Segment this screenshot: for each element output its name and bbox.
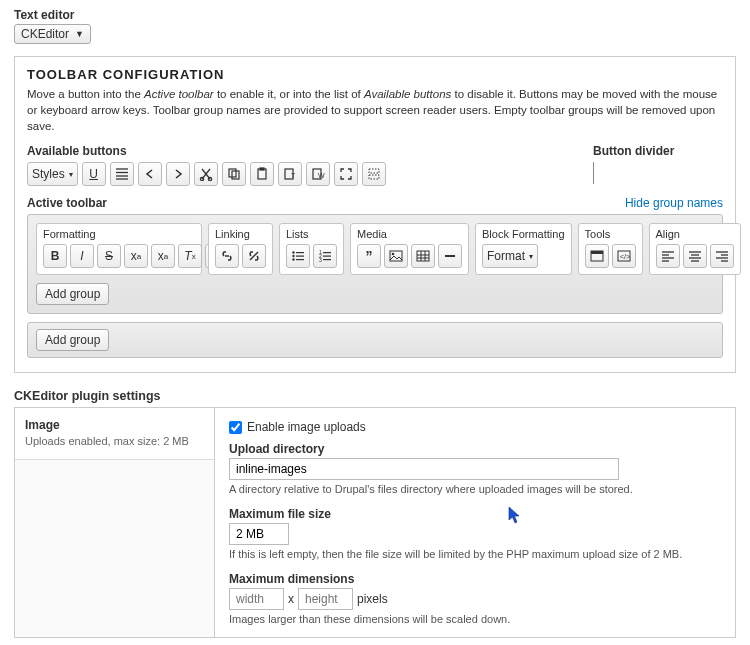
hide-group-names-link[interactable]: Hide group names xyxy=(625,196,723,210)
svg-rect-30 xyxy=(323,259,331,260)
svg-point-21 xyxy=(292,259,294,261)
pixels-label: pixels xyxy=(357,592,388,606)
available-buttons-row: Styles ▾ U T xyxy=(27,162,386,186)
active-toolbar-label: Active toolbar xyxy=(27,196,107,210)
add-group-button[interactable]: Add group xyxy=(36,283,109,305)
group-tools[interactable]: Tools </> xyxy=(578,223,643,275)
svg-rect-24 xyxy=(296,259,304,260)
unlink-button[interactable] xyxy=(242,244,266,268)
svg-rect-40 xyxy=(591,251,603,254)
chevron-down-icon: ▾ xyxy=(529,252,533,261)
add-group-button[interactable]: Add group xyxy=(36,329,109,351)
text-editor-label: Text editor xyxy=(14,8,736,22)
hr-button[interactable] xyxy=(438,244,462,268)
group-media[interactable]: Media ” xyxy=(350,223,469,275)
numbered-list-button[interactable]: 123 xyxy=(313,244,337,268)
svg-rect-23 xyxy=(296,256,304,257)
bullet-list-button[interactable] xyxy=(286,244,310,268)
svg-text:W: W xyxy=(318,172,325,179)
remove-format-button[interactable]: Tx xyxy=(178,244,202,268)
toolbar-config-desc: Move a button into the Active toolbar to… xyxy=(27,86,723,134)
secondary-toolbar-row: Add group xyxy=(27,322,723,358)
tab-image[interactable]: Image Uploads enabled, max size: 2 MB xyxy=(15,408,214,459)
svg-text:3: 3 xyxy=(319,257,322,262)
strike-button[interactable]: S xyxy=(97,244,121,268)
svg-line-18 xyxy=(250,252,258,260)
paste-word-button[interactable]: W xyxy=(306,162,330,186)
text-editor-select[interactable]: CKEditor ▼ xyxy=(14,24,91,44)
styles-button[interactable]: Styles ▾ xyxy=(27,162,78,186)
upload-directory-input[interactable] xyxy=(229,458,619,480)
copy-button[interactable] xyxy=(222,162,246,186)
group-formatting[interactable]: Formatting B I S xa xa Tx Ω xyxy=(36,223,202,275)
upload-directory-label: Upload directory xyxy=(229,442,721,456)
svg-rect-29 xyxy=(323,256,331,257)
available-buttons-label: Available buttons xyxy=(27,144,127,158)
svg-rect-33 xyxy=(417,251,429,261)
paste-button[interactable] xyxy=(250,162,274,186)
text-editor-value: CKEditor xyxy=(21,27,69,41)
underline-button[interactable]: U xyxy=(82,162,106,186)
align-right-button[interactable] xyxy=(710,244,734,268)
max-dimensions-label: Maximum dimensions xyxy=(229,572,721,586)
svg-point-19 xyxy=(292,252,294,254)
align-left-button[interactable] xyxy=(656,244,680,268)
group-lists[interactable]: Lists 123 xyxy=(279,223,344,275)
svg-rect-11 xyxy=(260,168,264,170)
svg-rect-31 xyxy=(390,251,402,261)
svg-rect-17 xyxy=(369,175,379,179)
toolbar-config-panel: TOOLBAR CONFIGURATION Move a button into… xyxy=(14,56,736,373)
enable-uploads-checkbox[interactable] xyxy=(229,421,242,434)
italic-button[interactable]: I xyxy=(70,244,94,268)
svg-rect-16 xyxy=(369,169,379,173)
chevron-down-icon: ▼ xyxy=(75,29,84,39)
svg-text:T: T xyxy=(291,172,296,179)
align-center-button[interactable] xyxy=(683,244,707,268)
svg-point-32 xyxy=(392,253,395,256)
dimension-separator: x xyxy=(288,592,294,606)
svg-text:</>: </> xyxy=(620,253,630,260)
group-linking[interactable]: Linking xyxy=(208,223,273,275)
group-block-formatting[interactable]: Block Formatting Format ▾ xyxy=(475,223,572,275)
max-file-size-label: Maximum file size xyxy=(229,507,721,521)
svg-rect-22 xyxy=(296,252,304,253)
maximize-button[interactable] xyxy=(334,162,358,186)
redo-button[interactable] xyxy=(166,162,190,186)
justify-button[interactable] xyxy=(110,162,134,186)
paste-text-button[interactable]: T xyxy=(278,162,302,186)
plugin-tab-content: Enable image uploads Upload directory A … xyxy=(215,408,735,637)
max-file-size-input[interactable] xyxy=(229,523,289,545)
blockquote-button[interactable]: ” xyxy=(357,244,381,268)
enable-uploads-label: Enable image uploads xyxy=(247,420,366,434)
toolbar-config-title: TOOLBAR CONFIGURATION xyxy=(27,67,723,82)
upload-directory-hint: A directory relative to Drupal's files d… xyxy=(229,483,721,495)
button-divider-label: Button divider xyxy=(593,144,723,158)
svg-rect-28 xyxy=(323,252,331,253)
image-button[interactable] xyxy=(384,244,408,268)
button-divider[interactable] xyxy=(593,162,594,184)
subscript-button[interactable]: xa xyxy=(151,244,175,268)
max-dimensions-hint: Images larger than these dimensions will… xyxy=(229,613,721,625)
cut-button[interactable] xyxy=(194,162,218,186)
plugin-settings-panel: Image Uploads enabled, max size: 2 MB En… xyxy=(14,407,736,638)
link-button[interactable] xyxy=(215,244,239,268)
width-input[interactable] xyxy=(229,588,284,610)
format-dropdown[interactable]: Format ▾ xyxy=(482,244,538,268)
chevron-down-icon: ▾ xyxy=(69,170,73,179)
source-code-button[interactable]: </> xyxy=(612,244,636,268)
source-button[interactable] xyxy=(585,244,609,268)
max-file-size-hint: If this is left empty, then the file siz… xyxy=(229,548,721,560)
active-toolbar-box: Formatting B I S xa xa Tx Ω Linking xyxy=(27,214,723,314)
plugin-tabs-sidebar: Image Uploads enabled, max size: 2 MB xyxy=(15,408,215,637)
show-blocks-button[interactable] xyxy=(362,162,386,186)
undo-button[interactable] xyxy=(138,162,162,186)
plugin-settings-title: CKEditor plugin settings xyxy=(14,389,736,403)
superscript-button[interactable]: xa xyxy=(124,244,148,268)
group-align[interactable]: Align xyxy=(649,223,741,275)
svg-point-20 xyxy=(292,255,294,257)
height-input[interactable] xyxy=(298,588,353,610)
bold-button[interactable]: B xyxy=(43,244,67,268)
table-button[interactable] xyxy=(411,244,435,268)
